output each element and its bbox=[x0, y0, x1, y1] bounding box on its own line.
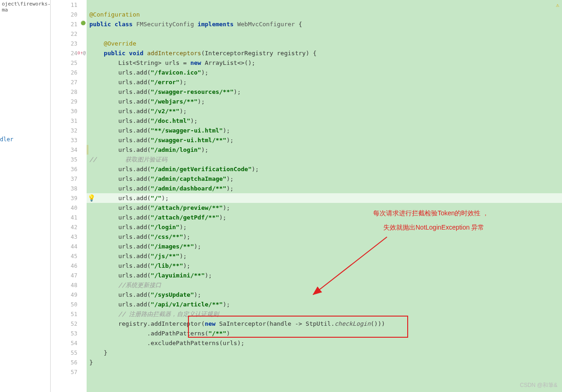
gutter-line-46[interactable]: 46 bbox=[51, 261, 87, 271]
gutter-line-50[interactable]: 50 bbox=[51, 300, 87, 309]
gutter-line-26[interactable]: 26 bbox=[51, 68, 87, 77]
gutter-line-39[interactable]: 39 bbox=[51, 193, 87, 203]
code-line-44[interactable]: urls.add("/images/**"); bbox=[87, 242, 562, 251]
code-line-33[interactable]: urls.add("/swagger-ui.html/**"); bbox=[87, 135, 562, 145]
code-line-25[interactable]: List<String> urls = new ArrayList<>(); bbox=[87, 58, 562, 68]
code-line-29[interactable]: urls.add("/webjars/**"); bbox=[87, 97, 562, 106]
code-line-38[interactable]: urls.add("/admin/dashboard/**"); bbox=[87, 184, 562, 193]
watermark: CSDN @和筆& bbox=[520, 381, 557, 389]
code-line-23[interactable]: @Override bbox=[87, 39, 562, 48]
code-line-47[interactable]: urls.add("/layuimini/**"); bbox=[87, 271, 562, 280]
gutter-line-21[interactable]: 21🟢 bbox=[51, 19, 87, 29]
code-line-20[interactable]: @Configuration bbox=[87, 10, 562, 19]
gutter-line-45[interactable]: 45 bbox=[51, 251, 87, 261]
gutter-line-47[interactable]: 47 bbox=[51, 271, 87, 280]
code-line-49[interactable]: urls.add("/sysUpdate"); bbox=[87, 290, 562, 300]
gutter-line-56[interactable]: 56 bbox=[51, 357, 87, 367]
code-line-55[interactable]: } bbox=[87, 348, 562, 357]
gutter-line-27[interactable]: 27 bbox=[51, 77, 87, 87]
lightbulb-icon[interactable]: 💡 bbox=[88, 194, 95, 202]
gutter-line-52[interactable]: 52 bbox=[51, 319, 87, 329]
gutter-line-31[interactable]: 31 bbox=[51, 116, 87, 126]
gutter-line-23[interactable]: 23 bbox=[51, 39, 87, 48]
warning-icon[interactable]: ⚠ bbox=[556, 2, 559, 8]
gutter-line-20[interactable]: 20 bbox=[51, 10, 87, 19]
code-line-37[interactable]: urls.add("/admin/captchaImage"); bbox=[87, 174, 562, 184]
gutter-line-28[interactable]: 28 bbox=[51, 87, 87, 97]
gutter-line-36[interactable]: 36 bbox=[51, 164, 87, 174]
gutter-line-25[interactable]: 25 bbox=[51, 58, 87, 68]
code-line-56[interactable]: } bbox=[87, 357, 562, 367]
gutter-line-57[interactable]: 57 bbox=[51, 367, 87, 377]
annotation-text-2: 失效就抛出NotLoginException 异常 bbox=[383, 224, 484, 232]
gutter-line-48[interactable]: 48 bbox=[51, 280, 87, 290]
code-line-51[interactable]: // 注册路由拦截器，自定义认证规则 bbox=[87, 309, 562, 319]
gutter-line-51[interactable]: 51 bbox=[51, 309, 87, 319]
code-line-50[interactable]: urls.add("/api/v1/article/**"); bbox=[87, 300, 562, 309]
gutter-line-43[interactable]: 43 bbox=[51, 232, 87, 242]
change-marker bbox=[87, 145, 88, 155]
gutter-line-41[interactable]: 41 bbox=[51, 213, 87, 222]
class-icon: 🟢 bbox=[81, 21, 86, 25]
code-line-52[interactable]: registry.addInterceptor(new SaIntercepto… bbox=[87, 319, 562, 329]
code-editor[interactable]: ⚠ @Configurationpublic class FMSecurityC… bbox=[87, 0, 562, 392]
gutter-line-37[interactable]: 37 bbox=[51, 174, 87, 184]
code-line-34[interactable]: urls.add("/admin/login"); bbox=[87, 145, 562, 155]
gutter-line-32[interactable]: 32 bbox=[51, 126, 87, 135]
gutter-line-35[interactable]: 35 bbox=[51, 155, 87, 164]
ide-container: oject\fireworks-ma dler 112021🟢222324o↑@… bbox=[0, 0, 562, 392]
code-line-30[interactable]: urls.add("/v2/**"); bbox=[87, 106, 562, 116]
code-line-27[interactable]: urls.add("/error"); bbox=[87, 77, 562, 87]
code-line-39[interactable]: urls.add("/");💡 bbox=[87, 193, 562, 203]
code-line-26[interactable]: urls.add("/favicon.ico"); bbox=[87, 68, 562, 77]
code-line-31[interactable]: urls.add("/doc.html"); bbox=[87, 116, 562, 126]
gutter-line-33[interactable]: 33 bbox=[51, 135, 87, 145]
gutter-line-24[interactable]: 24o↑@ bbox=[51, 48, 87, 58]
code-line-45[interactable]: urls.add("/js/**"); bbox=[87, 251, 562, 261]
code-line-43[interactable]: urls.add("/css/**"); bbox=[87, 232, 562, 242]
code-line-28[interactable]: urls.add("/swagger-resources/**"); bbox=[87, 87, 562, 97]
annotation-text-1: 每次请求进行拦截检验Token的时效性 ， bbox=[373, 209, 489, 218]
code-line-46[interactable]: urls.add("/lib/**"); bbox=[87, 261, 562, 271]
code-line-41[interactable]: urls.add("/attach/getPdf/**"); bbox=[87, 213, 562, 222]
gutter-line-38[interactable]: 38 bbox=[51, 184, 87, 193]
code-line-21[interactable]: public class FMSecurityConfig implements… bbox=[87, 19, 562, 29]
code-line-42[interactable]: urls.add("/login"); bbox=[87, 222, 562, 232]
gutter-line-53[interactable]: 53 bbox=[51, 329, 87, 338]
project-panel[interactable]: oject\fireworks-ma dler bbox=[0, 0, 51, 392]
gutter-line-44[interactable]: 44 bbox=[51, 242, 87, 251]
gutter-line-11[interactable]: 11 bbox=[51, 0, 87, 10]
code-line-32[interactable]: urls.add("**/swagger-ui.html"); bbox=[87, 126, 562, 135]
gutter-line-30[interactable]: 30 bbox=[51, 106, 87, 116]
tree-item-handler[interactable]: dler bbox=[0, 136, 13, 143]
code-line-35[interactable]: // 获取图片验证码 bbox=[87, 155, 562, 164]
code-line-22[interactable] bbox=[87, 29, 562, 39]
code-line-48[interactable]: //系统更新接口 bbox=[87, 280, 562, 290]
code-line-40[interactable]: urls.add("/attach/preview/**"); bbox=[87, 203, 562, 213]
gutter-line-29[interactable]: 29 bbox=[51, 97, 87, 106]
gutter-line-54[interactable]: 54 bbox=[51, 338, 87, 348]
override-icon: o↑@ bbox=[77, 50, 86, 56]
editor-gutter[interactable]: 112021🟢222324o↑@252627282930313233343536… bbox=[51, 0, 87, 392]
code-line-57[interactable] bbox=[87, 367, 562, 377]
gutter-line-49[interactable]: 49 bbox=[51, 290, 87, 300]
gutter-line-40[interactable]: 40 bbox=[51, 203, 87, 213]
code-line-24[interactable]: public void addInterceptors(InterceptorR… bbox=[87, 48, 562, 58]
code-line-53[interactable]: .addPathPatterns("/**") bbox=[87, 329, 562, 338]
project-path-label: oject\fireworks-ma bbox=[0, 0, 53, 14]
gutter-line-42[interactable]: 42 bbox=[51, 222, 87, 232]
code-line-54[interactable]: .excludePathPatterns(urls); bbox=[87, 338, 562, 348]
gutter-line-55[interactable]: 55 bbox=[51, 348, 87, 357]
code-line-11[interactable] bbox=[87, 0, 562, 10]
code-line-36[interactable]: urls.add("/admin/getVerificationCode"); bbox=[87, 164, 562, 174]
gutter-line-22[interactable]: 22 bbox=[51, 29, 87, 39]
gutter-line-34[interactable]: 34 bbox=[51, 145, 87, 155]
